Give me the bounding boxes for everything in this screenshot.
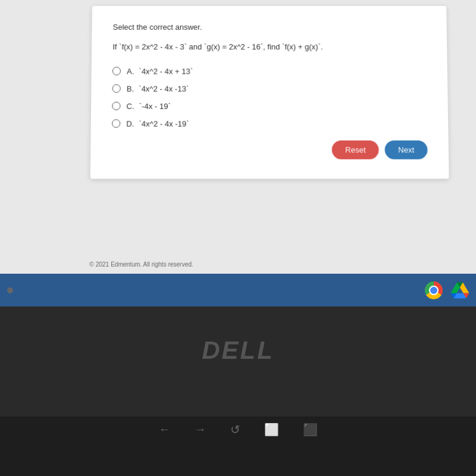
question-text: If `f(x) = 2x^2 - 4x - 3` and `g(x) = 2x… — [112, 41, 426, 54]
keyboard-area: ← → ↺ ⬜ ⬛ — [0, 416, 476, 476]
taskbar-icons — [425, 281, 469, 299]
laptop-body: DELL ← → ↺ ⬜ ⬛ — [0, 306, 476, 476]
google-drive-icon[interactable] — [451, 282, 469, 299]
next-button[interactable]: Next — [385, 140, 428, 159]
option-b-value: `4x^2 - 4x -13` — [139, 84, 189, 93]
quiz-card: Select the correct answer. If `f(x) = 2x… — [90, 6, 449, 178]
option-d-label: D. — [126, 119, 134, 128]
radio-b[interactable] — [112, 84, 121, 93]
radio-d[interactable] — [112, 120, 120, 128]
option-c-label: C. — [126, 102, 134, 111]
dell-logo: DELL — [202, 336, 274, 365]
option-b[interactable]: B. `4x^2 - 4x -13` — [112, 84, 427, 93]
footer-text: © 2021 Edmentum. All rights reserved. — [89, 261, 193, 268]
option-d-value: `4x^2 - 4x -19` — [139, 119, 189, 128]
overview-key[interactable]: ⬛ — [303, 422, 318, 437]
laptop-screen: Select the correct answer. If `f(x) = 2x… — [0, 0, 476, 274]
option-d[interactable]: D. `4x^2 - 4x -19` — [112, 119, 427, 128]
radio-c[interactable] — [112, 102, 120, 110]
chrome-icon[interactable] — [425, 281, 443, 299]
back-key[interactable]: ← — [159, 422, 171, 436]
taskbar — [0, 274, 476, 306]
forward-key[interactable]: → — [195, 422, 206, 436]
instruction-text: Select the correct answer. — [113, 23, 426, 32]
radio-a[interactable] — [112, 67, 121, 76]
option-b-label: B. — [127, 84, 134, 93]
option-c[interactable]: C. `-4x - 19` — [112, 102, 427, 111]
taskbar-circle — [7, 287, 13, 293]
screen-content: Select the correct answer. If `f(x) = 2x… — [0, 0, 476, 274]
refresh-key[interactable]: ↺ — [230, 422, 240, 437]
option-a-label: A. — [127, 67, 134, 76]
reset-button[interactable]: Reset — [332, 140, 379, 159]
window-key[interactable]: ⬜ — [264, 422, 279, 437]
option-a[interactable]: A. `4x^2 - 4x + 13` — [112, 67, 427, 76]
button-row: Reset Next — [112, 140, 428, 159]
option-c-value: `-4x - 19` — [139, 102, 171, 111]
option-a-value: `4x^2 - 4x + 13` — [139, 67, 193, 76]
